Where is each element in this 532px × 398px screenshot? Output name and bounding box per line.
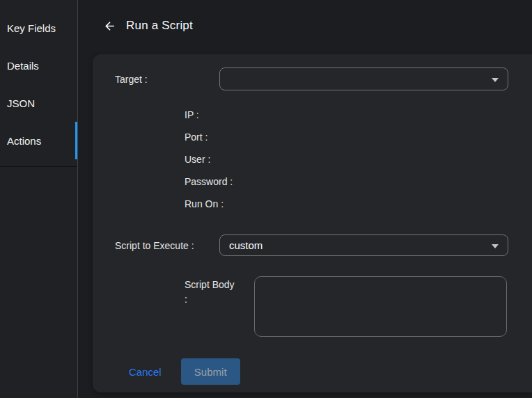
ip-label: IP : — [185, 104, 233, 126]
target-detail-labels: IP : Port : User : Password : Run On : — [185, 104, 233, 215]
sidebar-item-key-fields[interactable]: Key Fields — [0, 9, 77, 47]
sidebar: Key Fields Details JSON Actions — [0, 0, 78, 398]
sidebar-item-label: JSON — [7, 97, 35, 109]
page-title: Run a Script — [126, 19, 193, 33]
run-script-page: Key Fields Details JSON Actions Run a Sc… — [0, 0, 532, 398]
port-label: Port : — [185, 126, 233, 148]
script-body-textarea[interactable] — [254, 276, 507, 337]
run-on-label: Run On : — [185, 193, 233, 215]
main-content: Run a Script Target : IP : Port : User :… — [78, 0, 532, 398]
sidebar-item-actions[interactable]: Actions — [0, 122, 77, 159]
target-row: Target : — [115, 67, 508, 90]
user-label: User : — [185, 148, 233, 170]
password-label: Password : — [185, 170, 233, 193]
chevron-down-icon — [492, 78, 499, 82]
page-header: Run a Script — [78, 0, 532, 54]
cancel-button[interactable]: Cancel — [129, 366, 162, 378]
sidebar-item-json[interactable]: JSON — [0, 84, 77, 122]
script-select[interactable]: custom — [219, 234, 508, 256]
sidebar-item-label: Key Fields — [7, 22, 56, 34]
active-tab-indicator — [75, 122, 77, 159]
sidebar-item-label: Details — [7, 60, 39, 72]
chevron-down-icon — [492, 244, 499, 248]
script-select-value: custom — [229, 239, 263, 251]
sidebar-item-label: Actions — [7, 135, 41, 147]
back-button[interactable] — [101, 17, 118, 34]
submit-button[interactable]: Submit — [181, 358, 240, 385]
sidebar-item-details[interactable]: Details — [0, 47, 77, 84]
script-to-execute-row: Script to Execute : custom — [115, 234, 508, 256]
form-actions: Cancel Submit — [129, 358, 240, 385]
script-body-label: Script Body : — [185, 278, 235, 307]
form-card: Target : IP : Port : User : Password : R… — [93, 54, 532, 392]
sidebar-tab-list: Key Fields Details JSON Actions — [0, 0, 77, 167]
target-label: Target : — [115, 74, 219, 85]
script-to-execute-label: Script to Execute : — [115, 240, 219, 251]
target-select[interactable] — [219, 67, 508, 90]
arrow-back-icon — [103, 19, 116, 33]
